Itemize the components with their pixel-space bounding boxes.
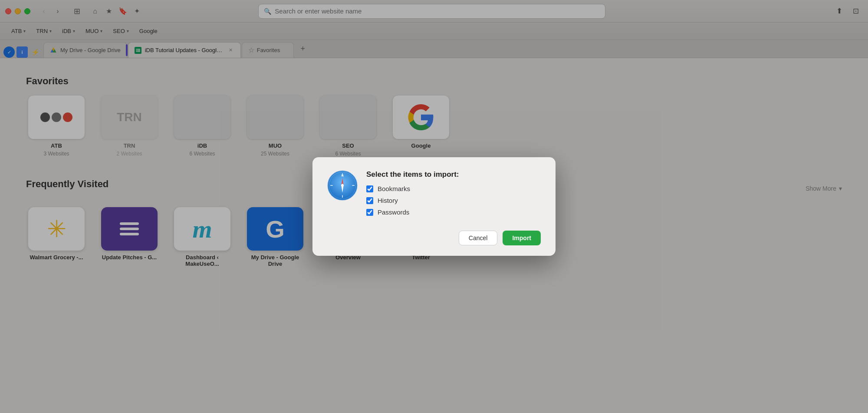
dialog-title: Select the items to import: [366,170,459,179]
history-checkbox[interactable] [366,197,373,204]
dialog-buttons: Cancel Import [327,231,541,245]
import-button[interactable]: Import [503,231,541,245]
passwords-checkbox[interactable] [366,209,373,216]
import-dialog: N Select the items to import: Bookmarks … [312,157,556,256]
dialog-content: Select the items to import: Bookmarks Hi… [366,170,459,220]
safari-icon: N [327,170,358,201]
cancel-button[interactable]: Cancel [459,231,498,245]
history-label: History [378,197,398,204]
dialog-overlay: N Select the items to import: Bookmarks … [0,0,868,413]
svg-point-29 [341,184,344,187]
bookmarks-label: Bookmarks [378,185,410,192]
passwords-label: Passwords [378,208,409,216]
svg-text:N: N [341,174,343,177]
dialog-header: N Select the items to import: Bookmarks … [327,170,541,220]
checkbox-bookmarks[interactable]: Bookmarks [366,185,459,192]
bookmarks-checkbox[interactable] [366,185,373,192]
checkbox-history[interactable]: History [366,197,459,204]
checkbox-passwords[interactable]: Passwords [366,208,459,216]
